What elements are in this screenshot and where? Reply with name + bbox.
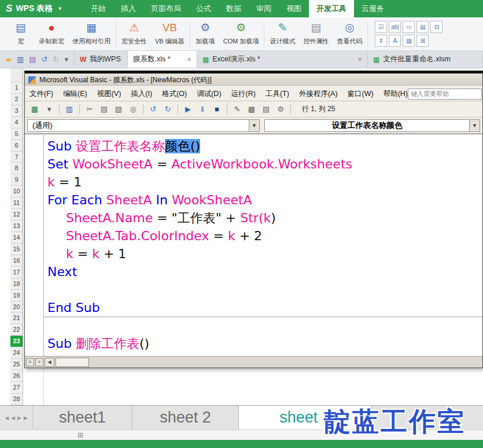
- code-line[interactable]: [44, 317, 482, 335]
- paste-icon[interactable]: ▧: [112, 103, 125, 116]
- sheet-nav-arrow-icon[interactable]: ▶: [24, 415, 28, 421]
- code-line[interactable]: SheetA.Name = "工作表" + Str(k): [44, 209, 482, 227]
- macro-security-button[interactable]: ⚠宏安全性: [117, 19, 151, 50]
- row-header[interactable]: 19: [10, 290, 23, 302]
- row-header[interactable]: 15: [10, 244, 23, 255]
- open-folder-icon[interactable]: ▰: [6, 56, 12, 63]
- row-header[interactable]: 21: [10, 313, 23, 324]
- spinner-control-icon[interactable]: ⇕: [375, 35, 387, 47]
- code-line[interactable]: For Each SheetA In WookSheetA: [44, 191, 482, 209]
- vb-menu-item[interactable]: 格式(O): [162, 89, 187, 99]
- row-header[interactable]: 5: [10, 128, 23, 140]
- vb-menu-item[interactable]: 帮助(H): [384, 89, 408, 99]
- row-header[interactable]: 17: [10, 267, 23, 278]
- menu-tab[interactable]: 插入: [113, 0, 143, 17]
- row-header[interactable]: 18: [10, 278, 23, 290]
- com-addins-button[interactable]: ⚙COM 加载项: [219, 19, 263, 50]
- design-mode-button[interactable]: ✎设计模式: [266, 19, 299, 50]
- break-icon[interactable]: ‖: [196, 103, 209, 116]
- combobox-control-icon[interactable]: ▤: [416, 21, 429, 33]
- hscroll-thumb[interactable]: [56, 358, 89, 367]
- record-macro-button[interactable]: ●录制新宏: [35, 19, 68, 50]
- design-mode-icon[interactable]: ✎: [231, 103, 244, 116]
- code-line[interactable]: Sub 设置工作表名称颜色(): [44, 137, 482, 155]
- code-line[interactable]: Set WookSheetA = ActiveWorkbook.Workshee…: [44, 155, 482, 173]
- vb-menu-item[interactable]: 插入(I): [131, 89, 152, 99]
- row-header[interactable]: 6: [10, 140, 23, 152]
- row-header[interactable]: 9: [10, 174, 23, 186]
- chevron-down-icon[interactable]: ▼: [249, 120, 259, 131]
- code-editor[interactable]: Sub 设置工作表名称颜色()Set WookSheetA = ActiveWo…: [25, 134, 482, 356]
- row-header[interactable]: 10: [10, 186, 23, 197]
- sheet-nav-arrow-icon[interactable]: ◀: [11, 415, 15, 421]
- view-mode-icon[interactable]: ⊞: [78, 431, 83, 439]
- save-icon[interactable]: ▥: [17, 56, 24, 63]
- row-header[interactable]: 22: [10, 324, 23, 336]
- code-line[interactable]: k = k + 1: [44, 245, 482, 263]
- code-line[interactable]: [44, 281, 482, 299]
- row-header[interactable]: 25: [10, 359, 23, 370]
- relative-reference-button[interactable]: ▦使用相对引用: [68, 19, 115, 50]
- undo-icon[interactable]: ↺: [147, 103, 160, 116]
- control-properties-button[interactable]: ▤控件属性: [299, 19, 333, 50]
- more-dropdown-icon[interactable]: ▾: [64, 56, 68, 63]
- menu-tab[interactable]: 云服务: [354, 0, 392, 17]
- undo-icon[interactable]: ↺: [42, 56, 48, 63]
- stop-icon[interactable]: ■: [211, 103, 223, 116]
- row-header[interactable]: 2: [10, 94, 23, 105]
- vb-editor-button[interactable]: VBVB 编辑器: [151, 19, 189, 50]
- vb-menu-item[interactable]: 工具(T): [266, 89, 289, 99]
- row-header[interactable]: 11: [10, 197, 23, 209]
- view-host-app-icon[interactable]: ▦: [28, 103, 41, 116]
- sheet-tab[interactable]: sheet1: [33, 406, 132, 429]
- row-header[interactable]: 8: [10, 163, 23, 174]
- addins-button[interactable]: ⚙加载项: [191, 19, 219, 50]
- checkbox-control-icon[interactable]: ☑: [375, 21, 387, 33]
- close-icon[interactable]: ×: [357, 55, 362, 64]
- button-control-icon[interactable]: ▭: [403, 21, 415, 33]
- document-tab[interactable]: W我的WPS: [75, 51, 128, 68]
- insert-object-dropdown-icon[interactable]: ▾: [43, 103, 56, 116]
- redo-icon[interactable]: ↻: [161, 103, 174, 116]
- sheet-tab[interactable]: sheet 2: [132, 406, 239, 429]
- menu-tab[interactable]: 视图: [279, 0, 309, 17]
- document-tab[interactable]: 膜系数.xls *×: [128, 51, 197, 68]
- cut-icon[interactable]: ✂: [83, 103, 96, 116]
- row-header[interactable]: 7: [10, 152, 23, 163]
- project-explorer-icon[interactable]: ▩: [245, 103, 258, 116]
- row-header[interactable]: 26: [10, 370, 23, 382]
- toolbox-icon[interactable]: ⚙: [274, 103, 287, 116]
- menu-tab[interactable]: 页面布局: [143, 0, 189, 17]
- sheet-nav-arrow-icon[interactable]: ◀: [5, 415, 9, 421]
- row-header[interactable]: 4: [10, 117, 23, 128]
- vb-menu-item[interactable]: 编辑(E): [63, 89, 87, 99]
- document-tab[interactable]: ▦文件批量重命名.xlsm: [368, 51, 483, 68]
- groupbox-control-icon[interactable]: ⊟: [430, 21, 443, 33]
- menu-tab[interactable]: 公式: [189, 0, 219, 17]
- textbox-control-icon[interactable]: ab|: [389, 21, 401, 33]
- sheet-nav-arrow-icon[interactable]: ▶: [17, 415, 21, 421]
- properties-window-icon[interactable]: ▤: [260, 103, 272, 116]
- row-header[interactable]: 28: [10, 394, 23, 405]
- code-line[interactable]: k = 1: [44, 173, 482, 191]
- vb-window-titlebar[interactable]: Microsoft Visual Basic - 膜系数.xls - [NewM…: [25, 74, 482, 86]
- code-line[interactable]: End Sub: [44, 299, 482, 317]
- row-header[interactable]: 24: [10, 347, 23, 359]
- image-control-icon[interactable]: ▨: [403, 35, 415, 47]
- menu-tab[interactable]: 数据: [219, 0, 249, 17]
- hscroll-track[interactable]: [90, 358, 482, 367]
- procedure-view-button[interactable]: ≡: [26, 358, 34, 366]
- vb-menu-item[interactable]: 文件(F): [30, 89, 53, 99]
- row-header[interactable]: 3: [10, 105, 23, 117]
- vb-menu-item[interactable]: 视图(V): [97, 89, 121, 99]
- save-icon[interactable]: ▥: [63, 103, 76, 116]
- row-header[interactable]: 27: [10, 382, 23, 394]
- row-header[interactable]: 20: [10, 302, 23, 313]
- grid-control-icon[interactable]: ⊞: [416, 35, 429, 47]
- wps-logo[interactable]: S WPS 表格 ▼: [0, 3, 68, 14]
- run-icon[interactable]: ▶: [182, 103, 194, 116]
- export-icon[interactable]: ▤: [29, 56, 36, 63]
- document-tab[interactable]: ▦Excel演示.xls *×: [197, 51, 368, 68]
- code-line[interactable]: Sub 删除工作表(): [44, 335, 482, 352]
- vb-menu-item[interactable]: 运行(R): [231, 89, 256, 99]
